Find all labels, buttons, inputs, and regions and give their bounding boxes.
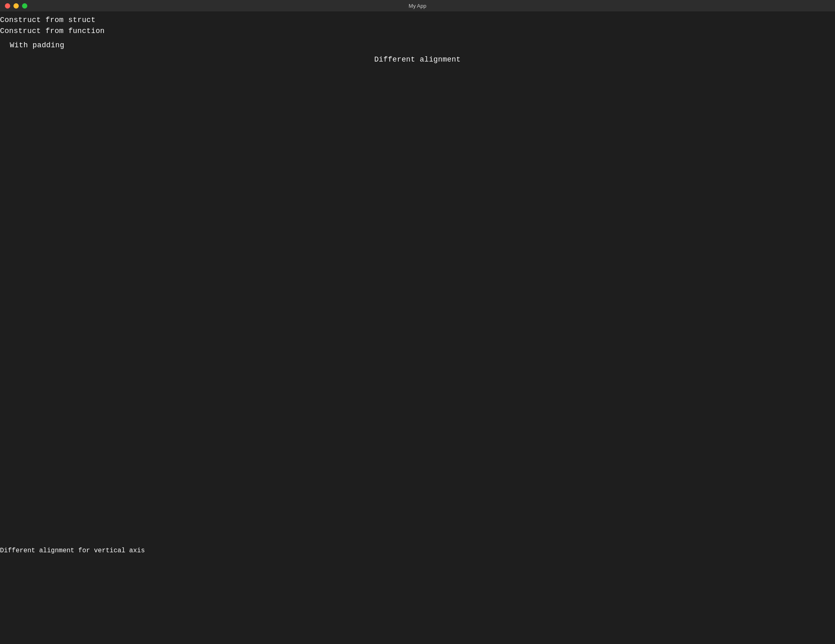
different-alignment-line: Different alignment [0,51,835,65]
construct-from-struct-text: Construct from struct [0,16,95,24]
close-button[interactable] [5,3,10,9]
maximize-button[interactable] [22,3,27,9]
construct-from-function-line: Construct from function [0,26,835,37]
content-block: Construct from struct Construct from fun… [0,11,835,65]
with-padding-text: With padding [10,41,64,49]
main-content-area: Construct from struct Construct from fun… [0,11,835,644]
title-bar: My App [0,0,835,11]
different-alignment-text: Different alignment [374,55,461,64]
different-alignment-vertical-text: Different alignment for vertical axis [0,547,145,554]
with-padding-line: With padding [0,37,835,51]
window-title: My App [409,3,426,9]
construct-from-struct-line: Construct from struct [0,11,835,26]
different-alignment-vertical-line: Different alignment for vertical axis [0,547,145,554]
window-controls [5,3,27,9]
construct-from-function-text: Construct from function [0,27,105,35]
minimize-button[interactable] [13,3,19,9]
